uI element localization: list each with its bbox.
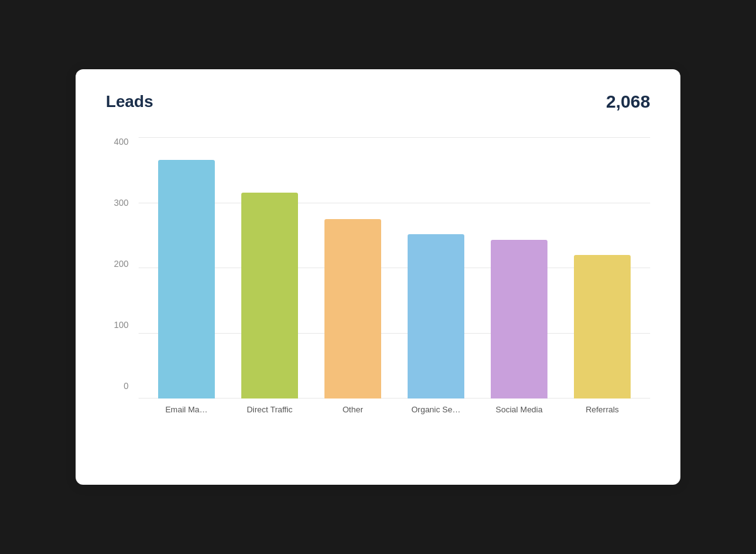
x-axis: Email Ma…Direct TrafficOtherOrganic Se…S…: [139, 405, 650, 414]
bar-group: [228, 137, 311, 399]
grid-and-bars: [139, 137, 650, 399]
bar: [408, 234, 464, 399]
chart-body: Email Ma…Direct TrafficOtherOrganic Se…S…: [139, 137, 650, 414]
bar-group: [561, 137, 644, 399]
x-axis-label: Other: [311, 405, 394, 414]
bar: [491, 240, 547, 399]
x-axis-label: Organic Se…: [394, 405, 478, 414]
bar-group: [478, 137, 561, 399]
y-axis-label: 200: [114, 259, 129, 268]
x-axis-label: Referrals: [561, 405, 644, 414]
bar-group: [394, 137, 478, 399]
x-axis-label: Direct Traffic: [228, 405, 311, 414]
card-total: 2,068: [606, 92, 650, 112]
y-axis: 4003002001000: [106, 137, 139, 414]
leads-card: Leads 2,068 4003002001000 Email Ma…Direc…: [76, 69, 680, 485]
bar: [158, 160, 215, 399]
bar: [324, 219, 381, 399]
bar-group: [145, 137, 228, 399]
card-title: Leads: [106, 92, 153, 111]
bar: [241, 193, 298, 399]
chart-area: 4003002001000 Email Ma…Direct TrafficOth…: [106, 137, 650, 414]
y-axis-label: 100: [114, 320, 129, 329]
bars-container: [139, 137, 650, 399]
x-axis-label: Social Media: [478, 405, 561, 414]
y-axis-label: 300: [114, 198, 129, 207]
x-axis-label: Email Ma…: [145, 405, 228, 414]
bar-group: [311, 137, 394, 399]
y-axis-label: 400: [114, 137, 129, 146]
bar: [574, 255, 631, 399]
y-axis-label: 0: [123, 382, 129, 390]
card-header: Leads 2,068: [106, 92, 650, 112]
